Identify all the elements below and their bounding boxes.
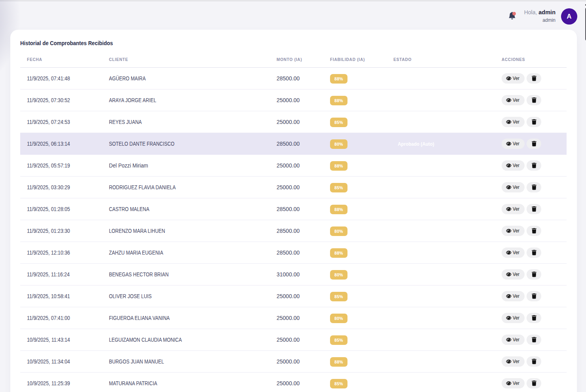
cell-estado [387,285,495,307]
cell-fecha: 11/9/2025, 07:24:53 [20,111,102,133]
cliente-value: CASTRO MALENA [109,206,149,212]
table-row: 11/9/2025, 05:57:19Del Pozzi Miriam25000… [20,155,567,177]
notification-dot [512,12,516,15]
eye-icon [506,207,512,211]
cell-monto: 25000.00 [270,89,323,111]
delete-button[interactable] [527,356,541,367]
delete-button[interactable] [527,226,541,236]
trash-icon [532,250,536,255]
cliente-value: FIGUEROA ELIANA VANINA [109,315,170,321]
view-button[interactable]: Ver [502,204,525,214]
cell-acciones: Ver [495,89,567,111]
cell-fiabilidad: 80% [323,133,387,155]
delete-button[interactable] [527,95,541,105]
delete-button[interactable] [527,378,541,388]
cell-cliente: LORENZO MARA LIHUEN [102,220,270,242]
view-button[interactable]: Ver [502,117,525,127]
column-header-label: FECHA [27,57,42,62]
delete-button[interactable] [527,73,541,84]
cell-monto: 25000.00 [270,351,323,373]
cell-estado [387,329,495,351]
eye-icon [506,359,512,364]
cell-fiabilidad: 85% [323,373,387,392]
trash-icon [532,141,536,147]
view-button-label: Ver [513,185,519,190]
cell-acciones: Ver [495,111,567,133]
fecha-value: 11/9/2025, 11:16:24 [27,271,70,278]
monto-value: 28500.00 [277,75,300,82]
monto-value: 28500.00 [277,141,300,147]
cell-acciones: Ver [495,177,567,198]
cell-monto: 25000.00 [270,373,323,392]
cell-estado [387,68,495,89]
cell-monto: 25000.00 [270,285,323,307]
view-button[interactable]: Ver [502,247,525,258]
cell-fiabilidad: 80% [323,220,387,242]
view-button[interactable]: Ver [502,95,525,105]
monto-value: 25000.00 [277,97,300,103]
view-button[interactable]: Ver [502,226,525,236]
trash-icon [532,272,536,277]
delete-button[interactable] [527,247,541,258]
view-button[interactable]: Ver [502,182,525,192]
cell-estado [387,177,495,198]
delete-button[interactable] [527,313,541,323]
view-button-label: Ver [513,97,519,103]
table-row: 11/9/2025, 12:10:36ZAHZU MARIA EUGENIA28… [20,242,567,264]
notifications-button[interactable] [508,11,518,21]
avatar[interactable]: A [561,8,577,25]
trash-icon [532,119,536,125]
column-header-label: ESTADO [393,57,412,62]
cliente-value: REYES JUANA [109,119,142,125]
delete-button[interactable] [527,335,541,345]
view-button-label: Ver [513,272,519,277]
trash-icon [532,97,536,103]
eye-icon [506,98,512,103]
delete-button[interactable] [527,139,541,149]
view-button-label: Ver [513,228,519,234]
cell-cliente: ARAYA JORGE ARIEL [102,89,270,111]
fecha-value: 10/9/2025, 11:25:39 [27,380,70,386]
view-button-label: Ver [513,141,519,147]
delete-button[interactable] [527,160,541,171]
fecha-value: 11/9/2025, 06:13:14 [27,141,70,147]
cell-fiabilidad: 80% [323,307,387,329]
delete-button[interactable] [527,117,541,127]
cell-cliente: ZAHZU MARIA EUGENIA [102,242,270,264]
cell-acciones: Ver [495,351,567,373]
delete-button[interactable] [527,204,541,214]
view-button[interactable]: Ver [502,335,525,345]
fecha-value: 11/9/2025, 01:28:05 [27,206,70,212]
delete-button[interactable] [527,182,541,192]
monto-value: 25000.00 [277,162,300,169]
actions: Ver [502,247,567,258]
cliente-value: ARAYA JORGE ARIEL [109,97,156,103]
cell-fiabilidad: 88% [323,155,387,177]
delete-button[interactable] [527,269,541,280]
eye-icon [506,120,512,124]
cell-estado [387,373,495,392]
user-greeting: Hola, admin admin [524,9,555,24]
view-button[interactable]: Ver [502,160,525,171]
view-button[interactable]: Ver [502,356,525,367]
cell-cliente: AGÜERO MAIRA [102,68,270,89]
table-row: 11/9/2025, 07:41:48AGÜERO MAIRA28500.008… [20,68,567,89]
eye-icon [506,272,512,277]
delete-button[interactable] [527,291,541,301]
page-title: Historial de Comprobantes Recibidos [20,40,113,46]
table-row: 10/9/2025, 11:25:39MATURANA PATRICIA2500… [20,373,567,392]
cell-fecha: 11/9/2025, 06:13:14 [20,133,102,155]
view-button[interactable]: Ver [502,378,525,388]
view-button[interactable]: Ver [502,269,525,280]
actions: Ver [502,204,567,214]
monto-value: 25000.00 [277,184,300,190]
fiabilidad-badge: 85% [330,118,347,127]
cell-monto: 25000.00 [270,177,323,198]
cell-estado: Aprobado (Auto) [387,133,495,155]
view-button[interactable]: Ver [502,291,525,301]
actions: Ver [502,139,567,149]
view-button[interactable]: Ver [502,73,525,84]
cell-fecha: 11/9/2025, 07:41:48 [20,68,102,89]
view-button[interactable]: Ver [502,139,525,149]
view-button[interactable]: Ver [502,313,525,323]
